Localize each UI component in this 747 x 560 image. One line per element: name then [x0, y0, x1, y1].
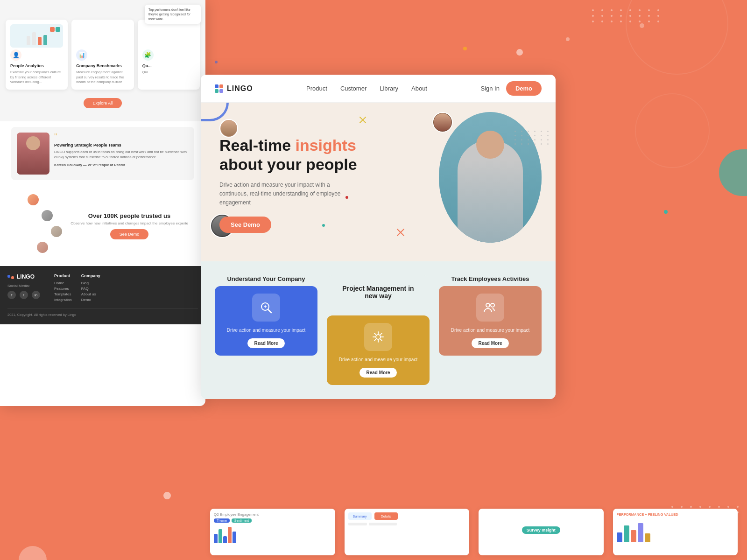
- hero-headline: Real-time insights about your people: [219, 136, 357, 174]
- footer-about-link[interactable]: About us: [81, 292, 100, 296]
- logo-dot-blue: [215, 84, 218, 88]
- demo-button[interactable]: Demo: [506, 81, 542, 96]
- footer-company-col: Company Blog FAQ About us Demo: [81, 273, 100, 304]
- footer-integration-link[interactable]: Integration: [54, 298, 72, 302]
- svg-line-5: [268, 309, 271, 313]
- features-area: Understand Your Company Drive action and…: [201, 261, 556, 399]
- footer-demo-link[interactable]: Demo: [81, 298, 100, 302]
- navbar: LINGO Product Customer Library About Sig…: [201, 75, 556, 103]
- trust-avatar-3: [50, 225, 63, 238]
- see-demo-button[interactable]: See Demo: [219, 217, 271, 233]
- track-read-more[interactable]: Read More: [472, 338, 508, 348]
- svg-point-10: [491, 303, 494, 307]
- footer-product-col: Product Home Features Templates Integrat…: [54, 273, 72, 304]
- svg-point-8: [376, 335, 381, 339]
- footer-features-link[interactable]: Features: [54, 287, 72, 291]
- testimonial-image: [17, 133, 49, 175]
- logo-dot-blue2: [219, 89, 223, 93]
- logo-dot-orange: [219, 84, 223, 88]
- bottom-screenshot-2: Summary Details: [345, 509, 470, 555]
- navbar-links: Product Customer Library About: [306, 85, 427, 92]
- perf-label: PERFORMANCE + FEELING VALUED: [617, 512, 734, 517]
- hero-description: Drive action and measure your impact wit…: [219, 181, 341, 208]
- svg-point-9: [486, 303, 490, 307]
- nav-product[interactable]: Product: [306, 85, 327, 92]
- footer-columns: Product Home Features Templates Integrat…: [54, 273, 100, 304]
- twitter-icon[interactable]: t: [20, 291, 28, 299]
- nav-customer[interactable]: Customer: [340, 85, 366, 92]
- footer-faq-link[interactable]: FAQ: [81, 287, 100, 291]
- background-app-panel: Top performers don't feel like they're g…: [0, 0, 205, 406]
- testimonial-text: " Powering Strategic People Teams LINGO …: [54, 133, 189, 167]
- project-icon: [364, 323, 392, 351]
- bottom-screenshot-3: Survey Insight: [479, 509, 604, 555]
- trust-section: Over 100K people trusted us Observe how …: [0, 186, 205, 266]
- trust-avatar-2: [41, 209, 54, 222]
- trust-avatar-4: [36, 241, 49, 254]
- footer-logo: LINGO: [7, 273, 40, 280]
- track-title: Track Employees Activities: [439, 275, 542, 282]
- trust-avatar-1: [27, 193, 40, 206]
- trust-cta-button[interactable]: See Demo: [110, 229, 149, 239]
- bottom-screenshot-4: PERFORMANCE + FEELING VALUED: [613, 509, 738, 555]
- bottom-screenshot-1: Q2 Employee Engagement Theme Sentiment: [210, 509, 335, 555]
- instagram-icon[interactable]: in: [32, 291, 40, 299]
- hero-dots-decoration: [514, 131, 551, 145]
- logo-icon: [215, 84, 223, 93]
- explore-all-button[interactable]: Explore All: [84, 98, 122, 108]
- logo-dot-teal: [215, 89, 218, 93]
- footer-logo-text: LINGO: [17, 273, 35, 280]
- trust-map: [17, 193, 63, 259]
- analytics-card-2: 📊 Company Benchmarks Measure engagement …: [71, 20, 134, 90]
- footer-templates-link[interactable]: Templates: [54, 292, 72, 296]
- project-mgmt-card: Project Management in new way: [327, 275, 430, 312]
- navbar-actions: Sign In Demo: [480, 81, 542, 96]
- trust-info: Over 100K people trusted us Observe how …: [70, 212, 188, 239]
- facebook-icon[interactable]: f: [7, 291, 16, 299]
- footer-blog-link[interactable]: Blog: [81, 281, 100, 285]
- hero-section: Real-time insights about your people Dri…: [201, 103, 556, 261]
- understand-title: Understand Your Company: [215, 275, 317, 282]
- hero-avatar-1: [219, 119, 238, 138]
- survey-insight-badge: Survey Insight: [522, 526, 560, 534]
- track-icon: [476, 294, 504, 322]
- footer-section: LINGO Social Media: f t in Product Home …: [0, 266, 205, 324]
- footer-copyright: 2021, Copyright. All rights reserved by …: [7, 308, 198, 317]
- hero-content: Real-time insights about your people Dri…: [219, 136, 357, 233]
- track-card: Drive action and measure your impact Rea…: [439, 286, 542, 356]
- project-card: Drive action and measure your impact Rea…: [327, 315, 430, 385]
- navbar-logo: LINGO: [215, 84, 253, 93]
- footer-social: f t in: [7, 291, 40, 299]
- hero-highlight: insights: [296, 136, 356, 154]
- logo-text: LINGO: [227, 84, 253, 93]
- nav-about[interactable]: About: [411, 85, 427, 92]
- footer-logo-icon: [7, 275, 14, 279]
- track-desc: Drive action and measure your impact: [451, 327, 529, 334]
- nav-library[interactable]: Library: [380, 85, 398, 92]
- understand-desc: Drive action and measure your impact: [227, 327, 305, 334]
- bottom-screenshots-row: Q2 Employee Engagement Theme Sentiment S…: [201, 504, 747, 560]
- understand-icon: [252, 294, 280, 322]
- analytics-card-1: 👤 People Analytics Examine your company'…: [6, 20, 68, 90]
- tooltip-card: Top performers don't feel like they're g…: [145, 5, 201, 24]
- hero-x-mark2: [359, 117, 366, 125]
- sign-in-link[interactable]: Sign In: [480, 85, 499, 92]
- footer-home-link[interactable]: Home: [54, 281, 72, 285]
- hero-x-mark: [397, 229, 404, 238]
- hero-curve-decoration: [201, 103, 229, 121]
- quote-icon: ": [54, 133, 189, 141]
- project-mgmt-title: Project Management in new way: [336, 285, 420, 300]
- features-grid: Understand Your Company Drive action and…: [215, 275, 542, 385]
- understand-company-col: Understand Your Company Drive action and…: [215, 275, 317, 356]
- project-read-more[interactable]: Read More: [359, 368, 396, 378]
- analytics-card-3: 🧩 Qu... Qui...: [138, 20, 200, 90]
- track-employees-col: Track Employees Activities Drive action …: [439, 275, 542, 356]
- project-mgmt-col: Project Management in new way Drive acti…: [327, 275, 430, 385]
- main-website: LINGO Product Customer Library About Sig…: [201, 75, 556, 399]
- understand-card: Drive action and measure your impact Rea…: [215, 286, 317, 356]
- project-desc: Drive action and measure your impact: [339, 357, 417, 363]
- testimonial-section: " Powering Strategic People Teams LINGO …: [11, 127, 194, 180]
- understand-read-more[interactable]: Read More: [247, 338, 284, 348]
- explore-all-area: Explore All: [6, 94, 200, 112]
